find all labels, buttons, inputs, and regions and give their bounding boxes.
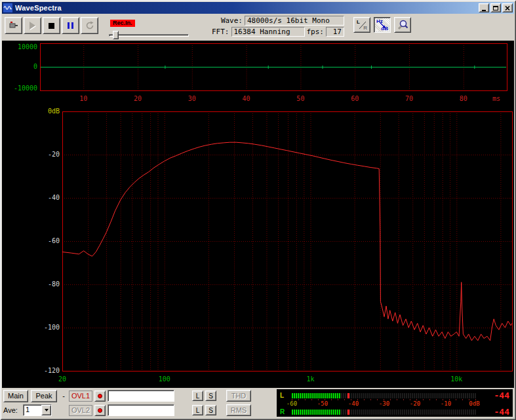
right-level-meter (292, 410, 477, 415)
record-status-group: Rec.In. (109, 16, 191, 40)
ovl1-save-button[interactable]: S (205, 391, 216, 401)
close-icon (505, 6, 510, 10)
left-meter-fill (292, 393, 341, 398)
svg-text:0dB: 0dB (48, 107, 60, 115)
bottom-bar: Main Peak - OVL1 L S THD Ave: 1 (2, 388, 514, 418)
fft-settings-field: 16384 Hanning (231, 27, 305, 37)
left-level-value: -44 (479, 391, 509, 400)
titlebar[interactable]: WaveSpectra (2, 2, 514, 14)
right-meter-peak (347, 410, 349, 415)
minimize-icon (482, 10, 486, 11)
level-meter-panel: L -44 -60-50-40-30-20-100dB R -44 (277, 389, 513, 417)
svg-text:70: 70 (405, 95, 413, 102)
play-button[interactable] (24, 17, 41, 34)
ovl1-comment-input[interactable] (108, 390, 174, 402)
ave-label: Ave: (3, 404, 20, 416)
svg-text:100: 100 (159, 375, 170, 383)
toolbar: Rec.In. Wave: 48000s/s 16bit Mono FFT: 1… (2, 14, 514, 41)
loop-icon (85, 20, 95, 31)
stop-button[interactable] (43, 17, 60, 34)
meter-scale-label: -50 (317, 400, 328, 407)
svg-text:ms: ms (492, 95, 500, 102)
ovl1-button[interactable]: OVL1 (69, 391, 92, 402)
maximize-button[interactable] (490, 3, 501, 12)
svg-text:10k: 10k (450, 375, 462, 383)
svg-text:-60: -60 (48, 237, 60, 244)
svg-text:-100: -100 (44, 324, 60, 331)
bottom-controls: Main Peak - OVL1 L S THD Ave: 1 (3, 389, 275, 417)
average-select[interactable]: 1 (23, 404, 52, 416)
svg-text:40: 40 (243, 95, 250, 102)
ovl2-comment-input[interactable] (108, 404, 174, 416)
settings-button[interactable] (394, 17, 411, 33)
position-slider[interactable] (109, 29, 191, 40)
fps-label: fps: (307, 28, 325, 36)
left-channel-label: L (280, 392, 289, 399)
channel-select-button[interactable]: L R (353, 17, 370, 33)
right-level-value: -44 (479, 407, 509, 417)
red-led-icon (98, 394, 102, 398)
svg-text:-120: -120 (44, 367, 60, 374)
dropdown-arrow-icon[interactable] (41, 405, 51, 415)
rec-in-indicator: Rec.In. (110, 20, 135, 27)
thd-button[interactable]: THD (226, 390, 251, 402)
play-icon (30, 22, 35, 29)
waveform-display: 100000-100001020304050607080ms (2, 41, 514, 105)
lr-divider-icon (354, 18, 371, 33)
left-level-meter (292, 393, 477, 398)
fft-label: FFT: (212, 28, 229, 36)
db-axis-icon: dB (381, 26, 388, 31)
maximize-icon (493, 6, 498, 10)
separator-dash: - (60, 392, 67, 400)
svg-text:1k: 1k (306, 375, 314, 383)
ovl2-save-button[interactable]: S (205, 405, 216, 415)
minimize-button[interactable] (479, 3, 489, 12)
hz-db-axis-button[interactable]: Hz dB (374, 17, 391, 33)
svg-text:-40: -40 (48, 194, 60, 201)
wavespectra-window: WaveSpectra (0, 0, 516, 420)
slider-thumb[interactable] (113, 31, 119, 39)
svg-text:50: 50 (296, 95, 304, 102)
ovl1-load-button[interactable]: L (192, 391, 203, 401)
meter-scale-label: 0dB (469, 400, 479, 407)
svg-text:30: 30 (188, 95, 196, 102)
red-led-icon (98, 408, 102, 413)
view-toggle-buttons: L R Hz dB (353, 17, 411, 33)
ovl2-button[interactable]: OVL2 (69, 405, 92, 416)
app-icon (3, 3, 12, 12)
right-meter-fill (292, 410, 341, 415)
wave-format-field: 48000s/s 16bit Mono (245, 16, 344, 26)
peak-button[interactable]: Peak (31, 390, 57, 402)
svg-text:-80: -80 (48, 280, 60, 288)
wave-label: Wave: (221, 16, 243, 25)
svg-text:10000: 10000 (18, 43, 37, 50)
input-device-icon (9, 20, 19, 31)
pause-icon (68, 22, 73, 29)
pause-button[interactable] (62, 17, 79, 34)
stop-icon (49, 23, 54, 29)
loop-button[interactable] (81, 17, 98, 34)
format-fields: Wave: 48000s/s 16bit Mono FFT: 16384 Han… (210, 16, 344, 38)
main-button[interactable]: Main (3, 390, 28, 402)
right-channel-label: R (280, 408, 289, 415)
ovl2-color-button[interactable] (94, 405, 106, 416)
svg-text:-20: -20 (48, 151, 60, 158)
slider-track[interactable] (109, 34, 189, 37)
close-button[interactable] (502, 3, 513, 12)
meter-scale-label: -30 (379, 400, 389, 407)
magnifier-icon (397, 19, 408, 31)
input-device-button[interactable] (5, 17, 22, 34)
svg-text:60: 60 (351, 95, 359, 102)
svg-text:20: 20 (58, 375, 66, 383)
right-channel-icon: R (363, 25, 367, 31)
waveform-chart: 100000-100001020304050607080ms (2, 41, 514, 105)
svg-text:-10000: -10000 (14, 85, 37, 92)
fps-field: 17 (326, 27, 344, 37)
average-value: 1 (24, 405, 41, 415)
svg-text:80: 80 (460, 95, 467, 102)
ovl1-color-button[interactable] (94, 391, 106, 402)
transport-controls (5, 17, 98, 34)
ovl2-load-button[interactable]: L (192, 405, 203, 415)
rms-button[interactable]: RMS (226, 404, 251, 416)
window-title: WaveSpectra (15, 4, 477, 12)
